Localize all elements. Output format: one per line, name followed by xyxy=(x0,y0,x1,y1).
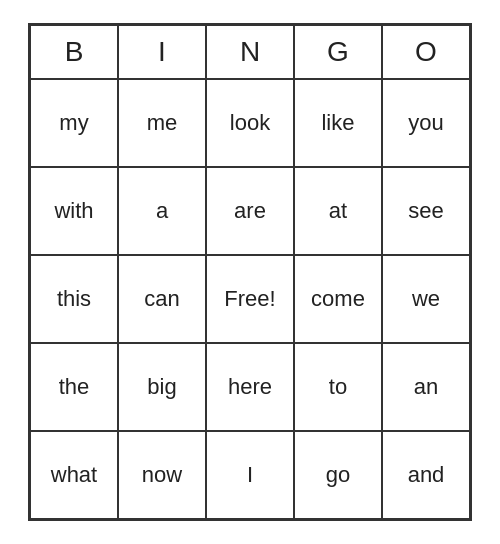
cell-r2-c1[interactable]: can xyxy=(118,255,206,343)
cell-r2-c2[interactable]: Free! xyxy=(206,255,294,343)
cell-r1-c4[interactable]: see xyxy=(382,167,470,255)
cell-r4-c0[interactable]: what xyxy=(30,431,118,519)
cell-r0-c1[interactable]: me xyxy=(118,79,206,167)
cell-r0-c4[interactable]: you xyxy=(382,79,470,167)
cell-r3-c4[interactable]: an xyxy=(382,343,470,431)
header-letter: B xyxy=(30,25,118,79)
cell-r2-c0[interactable]: this xyxy=(30,255,118,343)
cell-r4-c2[interactable]: I xyxy=(206,431,294,519)
cell-r1-c2[interactable]: are xyxy=(206,167,294,255)
cell-r2-c4[interactable]: we xyxy=(382,255,470,343)
bingo-grid: mymelooklikeyouwithaareatseethiscanFree!… xyxy=(30,79,470,519)
cell-r0-c3[interactable]: like xyxy=(294,79,382,167)
bingo-card: BINGO mymelooklikeyouwithaareatseethisca… xyxy=(28,23,472,521)
cell-r3-c0[interactable]: the xyxy=(30,343,118,431)
bingo-header: BINGO xyxy=(30,25,470,79)
cell-r0-c0[interactable]: my xyxy=(30,79,118,167)
cell-r1-c3[interactable]: at xyxy=(294,167,382,255)
header-letter: O xyxy=(382,25,470,79)
cell-r3-c2[interactable]: here xyxy=(206,343,294,431)
cell-r2-c3[interactable]: come xyxy=(294,255,382,343)
header-letter: I xyxy=(118,25,206,79)
cell-r3-c3[interactable]: to xyxy=(294,343,382,431)
cell-r0-c2[interactable]: look xyxy=(206,79,294,167)
header-letter: N xyxy=(206,25,294,79)
cell-r1-c1[interactable]: a xyxy=(118,167,206,255)
cell-r3-c1[interactable]: big xyxy=(118,343,206,431)
cell-r1-c0[interactable]: with xyxy=(30,167,118,255)
cell-r4-c4[interactable]: and xyxy=(382,431,470,519)
cell-r4-c3[interactable]: go xyxy=(294,431,382,519)
cell-r4-c1[interactable]: now xyxy=(118,431,206,519)
header-letter: G xyxy=(294,25,382,79)
